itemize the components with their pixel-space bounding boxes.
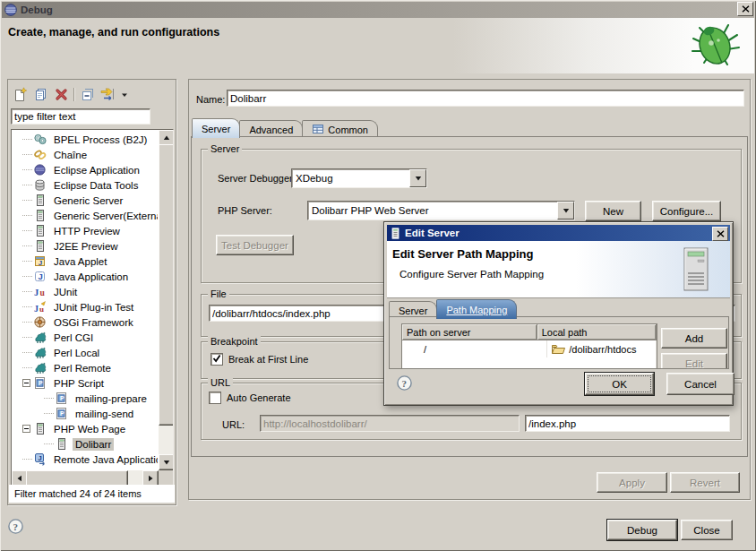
scroll-down-icon [163, 457, 170, 468]
tree-item-dolibarr[interactable]: Dolibarr [13, 436, 158, 452]
expander-minus-icon[interactable] [22, 425, 30, 433]
tab-advanced[interactable]: Advanced [239, 120, 303, 138]
scroll-down-button[interactable] [159, 454, 174, 470]
tree-connector [22, 291, 32, 292]
tree-item-perl-cgi[interactable]: Perl CGI [13, 330, 158, 345]
scroll-thumb[interactable] [159, 144, 174, 426]
auto-generate-checkbox[interactable] [209, 392, 221, 404]
tab-server[interactable]: Server [192, 118, 240, 138]
add-mapping-button[interactable]: Add [661, 328, 727, 349]
url-path-input[interactable] [525, 415, 730, 432]
tree-item-http-preview[interactable]: HTTP Preview [13, 223, 158, 238]
apply-button[interactable]: Apply [597, 472, 667, 493]
banner: Create, manage, and run configurations [2, 18, 754, 73]
collapse-all-button[interactable] [80, 86, 96, 102]
column-header-local-path[interactable]: Local path [537, 324, 657, 340]
tree-item-generic-server-external-la[interactable]: Generic Server(External La [13, 208, 158, 223]
new-configuration-button[interactable] [12, 86, 28, 102]
breakpoint-group-title: Breakpoint [208, 336, 261, 347]
svg-text:J: J [39, 271, 43, 281]
tree-item-mailing-send[interactable]: Pmailing-send [13, 406, 158, 421]
window-close-button[interactable] [737, 2, 753, 16]
dialog-tab-path-mapping[interactable]: Path Mapping [436, 299, 517, 319]
duplicate-configuration-button[interactable] [32, 86, 48, 102]
name-input[interactable] [227, 90, 744, 107]
new-server-button[interactable]: New [585, 201, 641, 221]
dialog-close-button[interactable] [712, 227, 728, 241]
server-icon [33, 239, 47, 253]
dropdown-button[interactable] [557, 202, 574, 220]
break-first-line-checkbox[interactable] [210, 353, 223, 366]
path-mapping-panel: Path on serverLocal path //dolibarr/htdo… [389, 316, 729, 369]
scroll-right-button[interactable] [142, 470, 159, 486]
tree-item-label: Perl Local [51, 347, 102, 359]
filter-launch-button[interactable] [100, 86, 116, 102]
junit-plugin-icon: Ju [33, 300, 47, 314]
ok-button[interactable]: OK [585, 373, 654, 395]
dialog-help-button[interactable]: ? [396, 375, 413, 392]
tree-item-php-script[interactable]: PPHP Script [13, 375, 158, 391]
ok-label: OK [612, 379, 627, 390]
break-first-line-label: Break at First Line [228, 354, 308, 365]
tree-item-remote-java-application[interactable]: JRemote Java Application [13, 452, 158, 467]
dropdown-button[interactable] [409, 169, 426, 187]
svg-text:?: ? [402, 378, 408, 389]
tree-item-junit-plug-in-test[interactable]: JuJUnit Plug-in Test [13, 299, 158, 314]
cancel-button[interactable]: Cancel [666, 373, 735, 395]
configure-server-button[interactable]: Configure... [652, 201, 721, 221]
tree-item-label: mailing-prepare [73, 392, 150, 405]
tree-item-eclipse-data-tools[interactable]: Eclipse Data Tools [13, 177, 158, 193]
tree-connector [22, 215, 32, 216]
tree-vertical-scrollbar[interactable] [159, 130, 173, 470]
svg-text:J: J [34, 304, 39, 314]
tree-item-java-application[interactable]: JJava Application [13, 269, 158, 284]
tree-item-osgi-framework[interactable]: OSGi Framework [13, 314, 158, 330]
tree-item-label: PHP Web Page [51, 423, 128, 435]
tree-item-junit[interactable]: JuJUnit [13, 284, 158, 299]
eclipse-logo-icon [4, 4, 17, 16]
help-button[interactable]: ? [7, 518, 24, 535]
apply-label: Apply [619, 478, 645, 488]
name-label: Name: [196, 94, 225, 105]
tree-item-generic-server[interactable]: Generic Server [13, 193, 158, 208]
tree-horizontal-scrollbar[interactable] [12, 470, 159, 485]
filter-input[interactable] [11, 108, 150, 125]
tree-item-php-web-page[interactable]: PHP Web Page [13, 421, 158, 436]
tree-item-perl-local[interactable]: Perl Local [13, 345, 158, 360]
column-header-path-on-server[interactable]: Path on server [402, 324, 537, 340]
dialog-titlebar[interactable]: Edit Server [387, 225, 730, 241]
revert-button[interactable]: Revert [670, 472, 740, 493]
svg-text:P: P [60, 395, 64, 401]
delete-configuration-button[interactable] [53, 86, 69, 102]
window-titlebar[interactable]: Debug [2, 2, 754, 18]
revert-label: Revert [690, 478, 720, 488]
tree-item-j2ee-preview[interactable]: J2EE Preview [13, 238, 158, 254]
java-application-icon: J [33, 270, 47, 283]
php-server-label: PHP Server: [218, 205, 272, 216]
test-debugger-button[interactable]: Test Debugger [216, 235, 294, 255]
tree-item-perl-remote[interactable]: Perl Remote [13, 360, 158, 375]
scroll-thumb[interactable] [26, 470, 128, 486]
tree-item-java-applet[interactable]: JJava Applet [13, 254, 158, 269]
tree-item-bpel-process-b2j[interactable]: BPEL Process (B2J) [13, 132, 158, 147]
table-row[interactable]: //dolibarr/htdocs [402, 340, 657, 357]
tree-item-label: OSGi Framework [51, 316, 136, 329]
server-debugger-select[interactable]: XDebug [291, 168, 427, 188]
folder-icon [551, 343, 565, 355]
tree-item-label: JUnit Plug-in Test [51, 301, 136, 314]
dialog-heading: Edit Server Path Mapping [392, 247, 533, 261]
toolbar-menu-arrow-icon[interactable] [121, 89, 128, 99]
tree-item-mailing-prepare[interactable]: Pmailing-prepare [13, 391, 158, 406]
close-button[interactable]: Close [681, 520, 733, 540]
dialog-tab-path-mapping-label: Path Mapping [446, 305, 507, 315]
tree-item-eclipse-application[interactable]: Eclipse Application [13, 162, 158, 177]
tree-item-label: Eclipse Data Tools [51, 179, 141, 192]
expander-minus-icon[interactable] [22, 379, 30, 387]
php-server-select[interactable]: Dolibarr PHP Web Server [307, 201, 575, 220]
tree-item-cha-ne[interactable]: Chaîne [13, 147, 158, 162]
tree-item-label: Remote Java Application [51, 453, 158, 466]
tree-item-label: HTTP Preview [51, 225, 123, 237]
scrollbar-corner [159, 470, 173, 485]
debug-button[interactable]: Debug [607, 520, 677, 540]
tab-common[interactable]: Common [302, 120, 378, 138]
